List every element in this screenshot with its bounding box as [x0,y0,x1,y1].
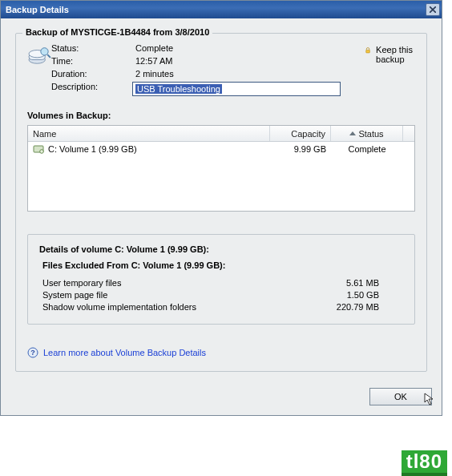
window-title: Backup Details [6,5,426,14]
status-value: Complete [135,43,341,53]
volume-status: Complete [331,144,403,154]
lock-icon [365,45,371,56]
svg-rect-5 [366,50,370,52]
volumes-list: Name Capacity Status C: Volume 1 (9.99 G… [27,125,415,212]
button-bar: OK [1,383,442,415]
excluded-size: 5.61 MB [323,278,403,288]
description-label: Description: [51,82,135,96]
drive-search-icon [27,45,51,66]
volume-details-box: Details of volume C: Volume 1 (9.99 GB):… [27,234,415,325]
excluded-name: User temporary files [42,278,323,288]
volumes-heading: Volumes in Backup: [27,111,415,120]
close-button[interactable] [426,3,440,16]
list-header: Name Capacity Status [28,126,414,142]
excluded-size: 1.50 GB [323,290,403,300]
column-capacity[interactable]: Capacity [270,126,331,141]
ok-button[interactable]: OK [369,388,432,405]
excluded-name: System page file [42,290,323,300]
details-title: Details of volume C: Volume 1 (9.99 GB): [39,244,403,254]
info-area: Status:Complete Time:12:57 AM Duration:2… [27,43,415,99]
excluded-name: Shadow volume implementation folders [42,302,323,312]
description-input[interactable]: USB Troubleshooting [132,82,341,96]
svg-line-4 [47,54,50,58]
backup-info-group: Backup of MYSTICGE-1B4484 from 3/8/2010 … [15,33,427,372]
column-status-text: Status [358,129,383,139]
volume-name: C: Volume 1 (9.99 GB) [48,144,137,154]
column-pad [403,126,414,141]
help-link-row: ? Learn more about Volume Backup Details [27,347,415,358]
titlebar[interactable]: Backup Details [1,1,442,18]
duration-label: Duration: [51,69,135,79]
backup-details-dialog: Backup Details Backup of MYSTICGE-1B4484… [0,0,442,416]
column-name[interactable]: Name [28,126,270,141]
close-icon [430,6,436,13]
excluded-size: 220.79 MB [323,302,403,312]
sort-indicator-icon [349,131,356,135]
time-value: 12:57 AM [135,56,341,66]
status-label: Status: [51,43,135,53]
group-title: Backup of MYSTICGE-1B4484 from 3/8/2010 [22,27,212,37]
excluded-row: Shadow volume implementation folders 220… [42,302,403,312]
cursor-icon [424,393,435,405]
svg-point-3 [41,48,48,55]
svg-point-7 [40,150,44,154]
svg-text:?: ? [30,349,35,357]
duration-value: 2 minutes [135,69,341,79]
excluded-row: System page file 1.50 GB [42,290,403,300]
column-status[interactable]: Status [331,126,403,141]
description-value: USB Troubleshooting [135,84,222,94]
dialog-content: Backup of MYSTICGE-1B4484 from 3/8/2010 … [1,18,442,383]
volume-capacity: 9.99 GB [270,144,331,154]
excluded-row: User temporary files 5.61 MB [42,278,403,288]
keep-backup-label: Keep this backup [376,45,415,64]
details-subtitle: Files Excluded From C: Volume 1 (9.99 GB… [42,260,403,270]
volume-icon [33,143,44,155]
learn-more-link[interactable]: Learn more about Volume Backup Details [43,348,206,357]
table-row[interactable]: C: Volume 1 (9.99 GB) 9.99 GB Complete [28,142,414,156]
time-label: Time: [51,56,135,66]
help-icon: ? [27,347,38,358]
